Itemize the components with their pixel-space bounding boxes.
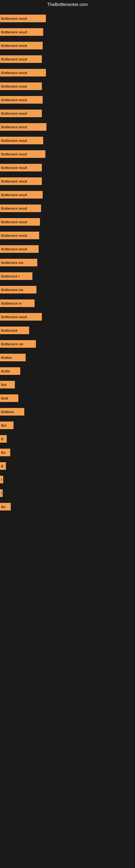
bar-gap-6 — [0, 91, 135, 95]
bar-label-34: I — [1, 478, 2, 482]
bar-gap-3 — [0, 50, 135, 55]
bar-8: Bottleneck result — [0, 123, 46, 131]
bar-row-13: Bottleneck result — [0, 190, 135, 199]
bar-4: Bottleneck result — [0, 69, 46, 76]
bar-label-4: Bottleneck result — [1, 71, 27, 75]
bar-label-32: Bo — [1, 451, 5, 455]
bar-label-10: Bottleneck result — [1, 152, 27, 156]
bar-row-6: Bottleneck result — [0, 95, 135, 104]
bar-26: Bottle — [0, 367, 20, 375]
bar-3: Bottleneck result — [0, 55, 42, 63]
bar-label-9: Bottleneck result — [1, 138, 27, 143]
bar-10: Bottleneck result — [0, 150, 45, 158]
bar-gap-11 — [0, 158, 135, 163]
bar-17: Bottleneck result — [0, 245, 39, 253]
bar-25: Bottlen — [0, 354, 26, 361]
bar-label-18: Bottleneck res — [1, 261, 23, 265]
bar-label-29: Bottlene — [1, 410, 14, 414]
bar-row-25: Bottlen — [0, 353, 135, 362]
bar-32: Bo — [0, 448, 10, 456]
bar-row-3: Bottleneck result — [0, 55, 135, 63]
bar-label-17: Bottleneck result — [1, 247, 27, 251]
bar-label-3: Bottleneck result — [1, 57, 27, 61]
bar-35: I — [0, 489, 3, 497]
bar-row-20: Bottleneck res — [0, 285, 135, 294]
bar-row-9: Bottleneck result — [0, 136, 135, 145]
bar-label-1: Bottleneck result — [1, 30, 27, 34]
bar-gap-0 — [0, 9, 135, 14]
bar-label-11: Bottleneck result — [1, 166, 27, 170]
bar-label-20: Bottleneck res — [1, 288, 23, 292]
bar-2: Bottleneck result — [0, 42, 43, 50]
bar-1: Bottleneck result — [0, 28, 43, 36]
bar-gap-2 — [0, 36, 135, 41]
bar-gap-14 — [0, 199, 135, 204]
bar-label-22: Bottleneck result — [1, 315, 27, 319]
bar-0: Bottleneck result — [0, 14, 46, 22]
bar-gap-7 — [0, 104, 135, 109]
bar-label-24: Bottleneck res — [1, 342, 23, 346]
bar-gap-24 — [0, 335, 135, 340]
bar-gap-5 — [0, 77, 135, 82]
bar-21: Bottleneck re — [0, 300, 35, 307]
bar-gap-19 — [0, 267, 135, 272]
bar-row-1: Bottleneck result — [0, 28, 135, 36]
bar-22: Bottleneck result — [0, 313, 42, 321]
bar-23: Bottleneck — [0, 327, 29, 334]
bar-row-15: Bottleneck result — [0, 218, 135, 226]
bar-20: Bottleneck res — [0, 286, 37, 293]
bar-5: Bottleneck result — [0, 83, 42, 90]
bar-label-14: Bottleneck result — [1, 207, 27, 211]
bar-label-0: Bottleneck result — [1, 17, 27, 21]
bar-label-33: B — [1, 464, 3, 468]
bar-row-35: I — [0, 489, 135, 497]
bar-24: Bottleneck res — [0, 340, 36, 348]
bar-label-19: Bottleneck r — [1, 274, 20, 278]
bar-gap-33 — [0, 457, 135, 462]
bar-row-19: Bottleneck r — [0, 272, 135, 280]
bar-label-16: Bottleneck result — [1, 234, 27, 238]
bar-row-22: Bottleneck result — [0, 312, 135, 321]
bar-gap-34 — [0, 470, 135, 475]
bar-row-5: Bottleneck result — [0, 82, 135, 91]
bar-label-35: I — [1, 491, 2, 495]
bar-gap-4 — [0, 63, 135, 68]
bar-36: Bo — [0, 503, 11, 510]
bar-row-29: Bottlene — [0, 407, 135, 416]
bar-label-28: Bottl — [1, 396, 8, 400]
bar-gap-25 — [0, 348, 135, 353]
bar-label-6: Bottleneck result — [1, 98, 27, 102]
bar-row-23: Bottleneck — [0, 326, 135, 335]
bar-row-14: Bottleneck result — [0, 204, 135, 213]
bar-28: Bottl — [0, 394, 18, 402]
bar-label-23: Bottleneck — [1, 329, 17, 333]
bar-6: Bottleneck result — [0, 96, 43, 104]
bar-gap-27 — [0, 375, 135, 380]
bar-15: Bottleneck result — [0, 218, 40, 226]
bar-row-27: Bot — [0, 380, 135, 389]
bar-row-24: Bottleneck res — [0, 340, 135, 348]
bar-row-31: B — [0, 435, 135, 443]
bar-gap-9 — [0, 131, 135, 136]
bar-gap-30 — [0, 416, 135, 421]
bar-label-30: Bot — [1, 424, 6, 428]
bar-row-30: Bot — [0, 421, 135, 430]
bar-30: Bot — [0, 422, 13, 429]
bar-label-31: B — [1, 437, 3, 441]
bar-label-21: Bottleneck re — [1, 301, 21, 305]
site-title: TheBottlenecker.com — [0, 0, 135, 9]
bar-12: Bottleneck result — [0, 177, 42, 185]
bar-16: Bottleneck result — [0, 231, 39, 239]
bar-label-13: Bottleneck result — [1, 193, 27, 197]
bar-11: Bottleneck result — [0, 164, 42, 172]
bar-gap-29 — [0, 403, 135, 407]
bar-gap-12 — [0, 172, 135, 177]
bar-9: Bottleneck result — [0, 137, 43, 144]
bar-gap-18 — [0, 253, 135, 258]
bar-row-18: Bottleneck res — [0, 258, 135, 267]
bar-row-8: Bottleneck result — [0, 123, 135, 131]
bar-gap-10 — [0, 145, 135, 150]
bar-row-34: I — [0, 475, 135, 484]
bar-row-11: Bottleneck result — [0, 163, 135, 172]
bar-row-7: Bottleneck result — [0, 109, 135, 118]
